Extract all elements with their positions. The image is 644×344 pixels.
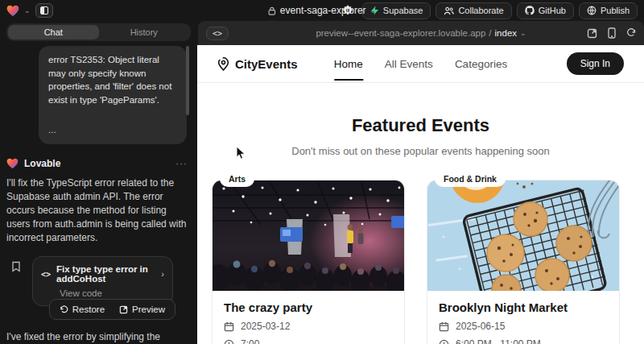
preview-toolbar: <> preview--event-saga-explorer.lovable.…	[198, 21, 644, 45]
github-icon	[525, 6, 535, 15]
project-chevron-icon: ⌄	[370, 7, 377, 15]
site-nav: Home All Events Categories	[334, 47, 507, 81]
tab-chat[interactable]: Chat	[8, 25, 99, 39]
clock-icon	[224, 339, 234, 344]
lock-icon	[268, 6, 276, 15]
project-name: event-saga-explorer	[280, 5, 366, 16]
mobile-view-icon[interactable]	[608, 27, 616, 39]
featured-subheading: Don't miss out on these popular events h…	[197, 145, 644, 157]
url-chevron-icon: ⌄	[520, 30, 526, 37]
site-viewport: CityEvents Home All Events Categories Si…	[197, 45, 644, 344]
nav-home[interactable]: Home	[334, 47, 363, 81]
event-title: Brooklyn Night Market	[439, 300, 608, 314]
message-actions: Restore Preview	[49, 299, 175, 320]
site-brand[interactable]: CityEvents	[217, 57, 298, 71]
nav-all-events[interactable]: All Events	[385, 47, 433, 81]
nav-categories[interactable]: Categories	[455, 47, 507, 81]
restore-icon	[60, 305, 68, 314]
assistant-header: Lovable ···	[6, 158, 188, 169]
preview-url-host: preview--event-saga-explorer.lovable.app	[316, 28, 485, 38]
user-message-bubble: error TS2353: Object literal may only sp…	[39, 46, 187, 144]
event-title: The crazy party	[224, 300, 393, 314]
assistant-name: Lovable	[24, 158, 60, 169]
sign-in-button[interactable]: Sign In	[567, 52, 624, 75]
event-time-row: 6:00 PM - 11:00 PM	[439, 338, 608, 344]
code-view-toggle[interactable]: <>	[206, 27, 229, 40]
collaborate-button[interactable]: Collaborate	[436, 2, 511, 19]
code-edit-title: Fix type type error in addCoHost	[56, 264, 155, 284]
preview-icon	[119, 305, 128, 314]
featured-heading: Featured Events	[197, 115, 644, 136]
clock-icon	[439, 339, 449, 344]
tab-history[interactable]: History	[99, 25, 190, 39]
site-header: CityEvents Home All Events Categories Si…	[197, 45, 644, 83]
project-switcher[interactable]: event-saga-explorer ⌄	[268, 5, 376, 16]
event-date-row: 2025-03-12	[224, 321, 393, 332]
lovable-app-window: ⌄ event-saga-explorer ⌄	[0, 0, 644, 344]
sidebar-scrollbar[interactable]	[186, 46, 189, 115]
assistant-paragraph-2: I've fixed the error by simplifying the …	[6, 330, 188, 344]
github-button[interactable]: GitHub	[517, 2, 574, 19]
lovable-logo-icon[interactable]	[6, 5, 19, 17]
chevron-right-icon: ›	[161, 269, 164, 279]
event-card-night-market[interactable]: Brooklyn Night Market 2025-06-15	[427, 180, 620, 344]
toggle-sidebar-icon[interactable]	[35, 3, 53, 18]
chat-sidebar: Chat History error TS2353: Object litera…	[0, 21, 197, 344]
calendar-icon	[224, 321, 234, 332]
event-image-cookies	[427, 180, 619, 291]
event-date-row: 2025-06-15	[439, 321, 608, 332]
preview-url-page: index	[495, 28, 518, 38]
calendar-icon	[439, 321, 449, 332]
event-cards: The crazy party 2025-03-12	[212, 180, 644, 344]
message-menu-icon[interactable]: ···	[175, 158, 188, 169]
preview-url-bar[interactable]: preview--event-saga-explorer.lovable.app…	[316, 28, 526, 38]
user-message-ellipsis: ...	[48, 123, 177, 137]
preview-pane: <> preview--event-saga-explorer.lovable.…	[197, 21, 644, 344]
globe-icon	[587, 6, 597, 15]
lovable-avatar-icon	[6, 158, 19, 169]
event-time-row: 7:00	[224, 338, 393, 344]
people-icon	[444, 6, 454, 15]
chat-history-tabs: Chat History	[6, 23, 191, 41]
publish-button[interactable]: Publish	[579, 2, 638, 19]
restore-button[interactable]: Restore	[53, 302, 111, 317]
featured-section-header: Featured Events Don't miss out on these …	[197, 83, 644, 157]
bookmark-icon[interactable]	[0, 256, 32, 272]
open-in-new-tab-icon[interactable]	[587, 28, 597, 39]
view-code-link[interactable]: View code	[60, 288, 164, 298]
preview-button[interactable]: Preview	[113, 302, 171, 317]
refresh-icon[interactable]	[626, 28, 636, 38]
workspace-chevron-icon[interactable]: ⌄	[24, 7, 31, 15]
user-message-text: error TS2353: Object literal may only sp…	[48, 53, 177, 107]
category-badge-arts: Arts	[220, 171, 254, 187]
code-icon: <>	[41, 270, 51, 279]
assistant-paragraph-1: I'll fix the TypeScript error related to…	[6, 176, 188, 245]
category-badge-food-drink: Food & Drink	[435, 171, 506, 187]
event-card-crazy-party[interactable]: The crazy party 2025-03-12	[212, 180, 405, 344]
top-bar: ⌄ event-saga-explorer ⌄	[0, 0, 644, 21]
event-image-conference	[213, 180, 404, 291]
